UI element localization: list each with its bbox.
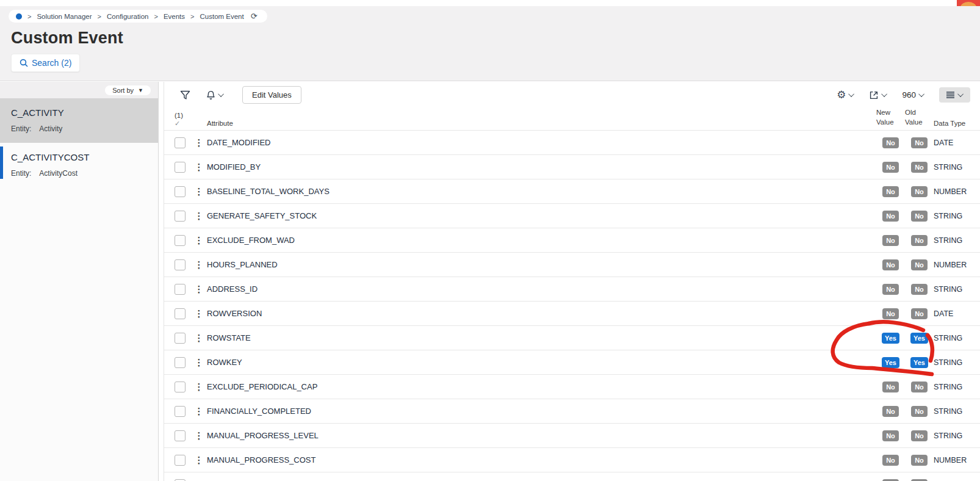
selection-check-icon[interactable]: ✓ — [175, 120, 191, 127]
old-value-cell: No — [905, 455, 934, 466]
row-checkbox[interactable] — [175, 162, 186, 173]
kebab-menu-icon[interactable]: ⋮ — [195, 406, 204, 416]
attribute-name: EXCLUDE_PERIODICAL_CAP — [207, 382, 876, 391]
new-value-cell: No — [876, 137, 905, 148]
old-value-badge: No — [911, 406, 928, 417]
table-row[interactable]: ⋮MANUAL_PROGRESS_LEVELNoNoSTRING — [164, 423, 980, 447]
attribute-name: HOURS_PLANNED — [207, 260, 876, 269]
row-checkbox[interactable] — [175, 259, 186, 270]
kebab-menu-icon[interactable]: ⋮ — [195, 186, 204, 197]
edit-values-button[interactable]: Edit Values — [242, 86, 301, 104]
attribute-name: ROWKEY — [207, 358, 876, 367]
data-type: STRING — [934, 358, 980, 367]
kebab-menu-icon[interactable]: ⋮ — [195, 382, 204, 392]
attribute-name: ROWSTATE — [207, 333, 876, 342]
new-value-cell: No — [876, 308, 905, 319]
filter-icon[interactable] — [180, 90, 190, 100]
row-checkbox[interactable] — [175, 455, 186, 466]
table-row[interactable]: ⋮BASELINE_TOTAL_WORK_DAYSNoNoNUMBER — [164, 179, 980, 203]
column-header-old-value[interactable]: Old Value — [905, 108, 934, 127]
data-type: STRING — [934, 285, 980, 294]
sidebar-item-c_activitycost[interactable]: C_ACTIVITYCOSTEntity:ActivityCost — [0, 143, 158, 187]
row-checkbox[interactable] — [175, 382, 186, 392]
page-size-dropdown[interactable]: 960 — [902, 90, 924, 99]
breadcrumb-item-events[interactable]: Events — [164, 13, 185, 20]
table-row[interactable]: ⋮EXCLUDE_FROM_WADNoNoSTRING — [164, 228, 980, 252]
app-dot-icon[interactable] — [16, 13, 22, 20]
settings-dropdown[interactable]: ⚙ — [837, 90, 854, 100]
entity-label: Entity: — [11, 125, 31, 133]
new-value-badge: Yes — [882, 333, 899, 344]
search-button[interactable]: Search (2) — [11, 54, 80, 72]
breadcrumb-item-custom-event[interactable]: Custom Event — [200, 13, 243, 20]
bell-icon — [206, 90, 215, 100]
row-checkbox[interactable] — [175, 308, 186, 319]
table-row[interactable]: ⋮HOURS_PLANNEDNoNoNUMBER — [164, 252, 980, 277]
kebab-menu-icon[interactable]: ⋮ — [195, 137, 204, 148]
search-icon — [20, 59, 28, 67]
row-checkbox-cell — [169, 162, 191, 173]
table-row[interactable]: ⋮FINANCIALLY_COMPLETEDNoNoSTRING — [164, 399, 980, 423]
record-indicator-orb — [960, 2, 976, 6]
kebab-menu-icon[interactable]: ⋮ — [195, 455, 204, 465]
breadcrumb-item-solution-manager[interactable]: Solution Manager — [37, 13, 92, 20]
sort-by-caret-icon: ▼ — [138, 87, 143, 93]
row-checkbox[interactable] — [175, 211, 186, 222]
sort-by-dropdown[interactable]: Sort by ▼ — [105, 85, 151, 95]
row-checkbox-cell — [169, 211, 191, 222]
table-row[interactable]: ⋮DATE_MODIFIEDNoNoDATE — [164, 130, 980, 154]
refresh-icon[interactable]: ⟳ — [251, 12, 258, 20]
notifications-dropdown[interactable] — [206, 90, 224, 100]
old-value-badge: No — [911, 479, 928, 481]
view-switch-button[interactable] — [939, 87, 970, 103]
row-checkbox[interactable] — [175, 333, 186, 344]
table-row[interactable]: ⋮ROWKEYYesYesSTRING — [164, 350, 980, 374]
new-value-badge: No — [882, 479, 899, 481]
table-row[interactable]: ⋮ROWSTATEYesYesSTRING — [164, 325, 980, 350]
sidebar: Sort by ▼ C_ACTIVITYEntity:ActivityC_ACT… — [0, 82, 159, 481]
old-value-badge: No — [911, 284, 928, 295]
column-header-data-type[interactable]: Data Type — [934, 120, 980, 127]
new-value-cell: Yes — [876, 333, 905, 344]
kebab-menu-icon[interactable]: ⋮ — [195, 211, 204, 221]
new-value-badge: No — [882, 406, 899, 417]
data-type: DATE — [934, 139, 980, 147]
row-checkbox-cell — [169, 357, 191, 368]
sidebar-item-c_activity[interactable]: C_ACTIVITYEntity:Activity — [0, 98, 158, 143]
kebab-menu-icon[interactable]: ⋮ — [195, 259, 204, 270]
table-row[interactable]: ⋮ROWVERSIONNoNoDATE — [164, 301, 980, 325]
kebab-menu-icon[interactable]: ⋮ — [195, 235, 204, 245]
export-dropdown[interactable] — [869, 90, 887, 100]
row-checkbox[interactable] — [175, 235, 186, 246]
table-row[interactable]: ⋮EXCLUDE_PERIODICAL_CAPNoNoSTRING — [164, 374, 980, 399]
table-row[interactable]: ⋮ADDRESS_IDNoNoSTRING — [164, 277, 980, 301]
row-checkbox[interactable] — [175, 430, 186, 441]
row-checkbox[interactable] — [175, 284, 186, 295]
kebab-menu-icon[interactable]: ⋮ — [195, 357, 204, 367]
kebab-menu-icon[interactable]: ⋮ — [195, 430, 204, 441]
kebab-menu-icon[interactable]: ⋮ — [195, 308, 204, 319]
old-value-badge: No — [911, 382, 928, 392]
row-checkbox[interactable] — [175, 406, 186, 417]
new-value-badge: No — [882, 455, 899, 466]
row-checkbox[interactable] — [175, 137, 186, 148]
old-value-cell: No — [905, 211, 934, 222]
breadcrumb-item-configuration[interactable]: Configuration — [107, 13, 148, 20]
row-checkbox[interactable] — [175, 479, 186, 481]
table-row[interactable]: ⋮MANUAL_PROGRESS_COSTNoNoNUMBER — [164, 447, 980, 472]
row-checkbox[interactable] — [175, 357, 186, 368]
new-value-cell: No — [876, 382, 905, 392]
column-header-attribute[interactable]: Attribute — [207, 120, 876, 127]
column-header-new-value[interactable]: New Value — [876, 108, 905, 127]
sidebar-item-entity: Entity:Activity — [11, 125, 147, 133]
table-row[interactable]: ⋮GENERATE_SAFETY_STOCKNoNoSTRING — [164, 203, 980, 228]
row-checkbox-cell — [169, 284, 191, 295]
kebab-menu-icon[interactable]: ⋮ — [195, 162, 204, 172]
kebab-menu-icon[interactable]: ⋮ — [195, 479, 204, 481]
data-type: STRING — [934, 163, 980, 172]
kebab-menu-icon[interactable]: ⋮ — [195, 284, 204, 294]
table-row[interactable]: ⋮MODIFIED_BYNoNoSTRING — [164, 154, 980, 179]
row-checkbox[interactable] — [175, 186, 186, 197]
table-row[interactable]: ⋮NoNo — [164, 472, 980, 481]
kebab-menu-icon[interactable]: ⋮ — [195, 333, 204, 343]
